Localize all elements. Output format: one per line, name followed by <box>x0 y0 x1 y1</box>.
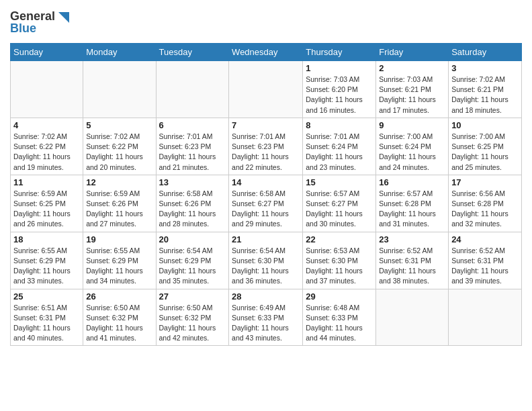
calendar-week-row: 18Sunrise: 6:55 AMSunset: 6:29 PMDayligh… <box>11 232 522 289</box>
day-info: Sunrise: 7:01 AMSunset: 6:24 PMDaylight:… <box>306 132 373 173</box>
day-info: Sunrise: 6:54 AMSunset: 6:29 PMDaylight:… <box>159 246 226 287</box>
calendar-cell: 9Sunrise: 7:00 AMSunset: 6:24 PMDaylight… <box>376 118 449 175</box>
day-number: 11 <box>13 177 80 187</box>
day-info: Sunrise: 6:51 AMSunset: 6:31 PMDaylight:… <box>13 303 80 344</box>
calendar-cell: 25Sunrise: 6:51 AMSunset: 6:31 PMDayligh… <box>11 289 83 346</box>
day-info: Sunrise: 6:57 AMSunset: 6:28 PMDaylight:… <box>379 189 445 230</box>
day-info: Sunrise: 6:49 AMSunset: 6:33 PMDaylight:… <box>232 303 300 344</box>
day-header-saturday: Saturday <box>449 44 522 61</box>
day-info: Sunrise: 6:54 AMSunset: 6:30 PMDaylight:… <box>232 246 300 287</box>
day-number: 13 <box>159 177 226 187</box>
day-header-sunday: Sunday <box>11 44 83 61</box>
day-info: Sunrise: 6:56 AMSunset: 6:28 PMDaylight:… <box>451 189 519 230</box>
day-number: 9 <box>379 120 445 130</box>
day-number: 18 <box>13 234 80 244</box>
header: General Blue <box>10 7 522 39</box>
calendar-cell <box>11 61 83 118</box>
calendar-cell: 10Sunrise: 7:00 AMSunset: 6:25 PMDayligh… <box>449 118 522 175</box>
day-number: 7 <box>232 120 300 130</box>
calendar-cell: 5Sunrise: 7:02 AMSunset: 6:22 PMDaylight… <box>83 118 156 175</box>
day-info: Sunrise: 7:02 AMSunset: 6:22 PMDaylight:… <box>86 132 152 173</box>
day-number: 27 <box>159 291 226 302</box>
day-number: 21 <box>232 234 300 244</box>
day-number: 16 <box>379 177 445 187</box>
calendar-cell: 4Sunrise: 7:02 AMSunset: 6:22 PMDaylight… <box>11 118 83 175</box>
calendar-cell <box>156 61 229 118</box>
day-info: Sunrise: 6:53 AMSunset: 6:30 PMDaylight:… <box>306 246 373 287</box>
calendar-cell: 14Sunrise: 6:58 AMSunset: 6:27 PMDayligh… <box>229 175 303 232</box>
day-number: 22 <box>306 234 373 244</box>
day-info: Sunrise: 7:01 AMSunset: 6:23 PMDaylight:… <box>159 132 226 173</box>
day-number: 1 <box>306 63 373 73</box>
day-info: Sunrise: 7:01 AMSunset: 6:23 PMDaylight:… <box>232 132 300 173</box>
day-header-tuesday: Tuesday <box>156 44 229 61</box>
day-number: 25 <box>13 291 80 302</box>
logo-text: General Blue <box>10 7 71 39</box>
calendar-cell: 17Sunrise: 6:56 AMSunset: 6:28 PMDayligh… <box>449 175 522 232</box>
day-number: 19 <box>86 234 152 244</box>
calendar-cell: 23Sunrise: 6:52 AMSunset: 6:31 PMDayligh… <box>376 232 449 289</box>
calendar-cell: 13Sunrise: 6:58 AMSunset: 6:26 PMDayligh… <box>156 175 229 232</box>
day-header-wednesday: Wednesday <box>229 44 303 61</box>
day-number: 12 <box>86 177 152 187</box>
day-info: Sunrise: 6:58 AMSunset: 6:26 PMDaylight:… <box>159 189 226 230</box>
day-info: Sunrise: 6:50 AMSunset: 6:32 PMDaylight:… <box>86 303 152 344</box>
calendar-cell <box>376 289 449 346</box>
day-info: Sunrise: 6:58 AMSunset: 6:27 PMDaylight:… <box>232 189 300 230</box>
calendar-cell <box>83 61 156 118</box>
day-info: Sunrise: 6:52 AMSunset: 6:31 PMDaylight:… <box>379 246 445 287</box>
calendar-cell <box>449 289 522 346</box>
calendar-week-row: 1Sunrise: 7:03 AMSunset: 6:20 PMDaylight… <box>11 61 522 118</box>
calendar-cell: 15Sunrise: 6:57 AMSunset: 6:27 PMDayligh… <box>303 175 376 232</box>
calendar-cell: 29Sunrise: 6:48 AMSunset: 6:33 PMDayligh… <box>303 289 376 346</box>
calendar-cell: 12Sunrise: 6:59 AMSunset: 6:26 PMDayligh… <box>83 175 156 232</box>
calendar-cell: 18Sunrise: 6:55 AMSunset: 6:29 PMDayligh… <box>11 232 83 289</box>
day-number: 26 <box>86 291 152 302</box>
day-number: 15 <box>306 177 373 187</box>
day-number: 8 <box>306 120 373 130</box>
day-number: 10 <box>451 120 519 130</box>
calendar-week-row: 4Sunrise: 7:02 AMSunset: 6:22 PMDaylight… <box>11 118 522 175</box>
day-info: Sunrise: 6:52 AMSunset: 6:31 PMDaylight:… <box>451 246 519 287</box>
day-number: 17 <box>451 177 519 187</box>
day-number: 23 <box>379 234 445 244</box>
calendar-cell: 22Sunrise: 6:53 AMSunset: 6:30 PMDayligh… <box>303 232 376 289</box>
day-number: 2 <box>379 63 445 73</box>
calendar-cell: 28Sunrise: 6:49 AMSunset: 6:33 PMDayligh… <box>229 289 303 346</box>
day-info: Sunrise: 7:02 AMSunset: 6:21 PMDaylight:… <box>451 75 519 116</box>
day-number: 3 <box>451 63 519 73</box>
day-info: Sunrise: 7:03 AMSunset: 6:21 PMDaylight:… <box>379 75 445 116</box>
calendar-cell: 16Sunrise: 6:57 AMSunset: 6:28 PMDayligh… <box>376 175 449 232</box>
calendar-cell: 19Sunrise: 6:55 AMSunset: 6:29 PMDayligh… <box>83 232 156 289</box>
calendar-cell: 1Sunrise: 7:03 AMSunset: 6:20 PMDaylight… <box>303 61 376 118</box>
day-number: 28 <box>232 291 300 302</box>
calendar-header-row: SundayMondayTuesdayWednesdayThursdayFrid… <box>11 44 522 61</box>
calendar-week-row: 11Sunrise: 6:59 AMSunset: 6:25 PMDayligh… <box>11 175 522 232</box>
day-info: Sunrise: 6:57 AMSunset: 6:27 PMDaylight:… <box>306 189 373 230</box>
calendar-cell: 24Sunrise: 6:52 AMSunset: 6:31 PMDayligh… <box>449 232 522 289</box>
calendar-cell: 21Sunrise: 6:54 AMSunset: 6:30 PMDayligh… <box>229 232 303 289</box>
day-header-thursday: Thursday <box>303 44 376 61</box>
day-info: Sunrise: 7:03 AMSunset: 6:20 PMDaylight:… <box>306 75 373 116</box>
day-info: Sunrise: 6:50 AMSunset: 6:32 PMDaylight:… <box>159 303 226 344</box>
day-number: 5 <box>86 120 152 130</box>
calendar-week-row: 25Sunrise: 6:51 AMSunset: 6:31 PMDayligh… <box>11 289 522 346</box>
day-number: 4 <box>13 120 80 130</box>
day-number: 24 <box>451 234 519 244</box>
day-info: Sunrise: 6:48 AMSunset: 6:33 PMDaylight:… <box>306 303 373 344</box>
day-info: Sunrise: 7:02 AMSunset: 6:22 PMDaylight:… <box>13 132 80 173</box>
calendar-cell: 7Sunrise: 7:01 AMSunset: 6:23 PMDaylight… <box>229 118 303 175</box>
calendar-cell: 8Sunrise: 7:01 AMSunset: 6:24 PMDaylight… <box>303 118 376 175</box>
calendar-cell <box>229 61 303 118</box>
calendar-cell: 3Sunrise: 7:02 AMSunset: 6:21 PMDaylight… <box>449 61 522 118</box>
calendar-cell: 6Sunrise: 7:01 AMSunset: 6:23 PMDaylight… <box>156 118 229 175</box>
svg-marker-2 <box>58 12 69 23</box>
calendar-cell: 11Sunrise: 6:59 AMSunset: 6:25 PMDayligh… <box>11 175 83 232</box>
svg-text:Blue: Blue <box>10 21 36 35</box>
logo: General Blue <box>10 7 71 39</box>
calendar-cell: 20Sunrise: 6:54 AMSunset: 6:29 PMDayligh… <box>156 232 229 289</box>
day-number: 20 <box>159 234 226 244</box>
day-header-monday: Monday <box>83 44 156 61</box>
calendar-cell: 27Sunrise: 6:50 AMSunset: 6:32 PMDayligh… <box>156 289 229 346</box>
day-number: 29 <box>306 291 373 302</box>
